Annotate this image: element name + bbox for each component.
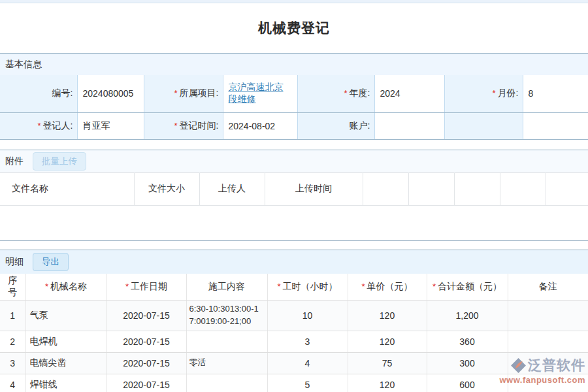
cell-date: 2020-07-15 <box>106 352 186 374</box>
cell-machine: 电镐尖凿 <box>25 352 106 374</box>
cell-note <box>508 352 588 374</box>
cell-note <box>508 331 588 352</box>
detail-col-note: 备注 <box>508 274 588 301</box>
detail-col-price: *单价（元） <box>348 274 427 301</box>
table-row: 4 焊钳线 2020-07-15 5 120 600 <box>0 374 588 392</box>
cell-index: 2 <box>0 331 25 352</box>
attach-col-extra <box>454 172 500 205</box>
field-label-number: 编号: <box>0 75 77 112</box>
field-label-reg-time: *登记时间: <box>144 112 223 139</box>
cell-price: 120 <box>348 331 427 352</box>
cell-hours: 10 <box>267 300 348 331</box>
attachments-table: 文件名称 文件大小 上传人 上传时间 <box>0 172 588 206</box>
required-mark: * <box>125 282 129 291</box>
table-row: 2 电焊机 2020-07-15 3 120 360 <box>0 331 588 352</box>
detail-col-total: *合计金额（元） <box>427 274 508 301</box>
field-value-year: 2024 <box>374 75 444 112</box>
field-label-project: *所属项目: <box>144 75 223 112</box>
basic-info-section-header: 基本信息 <box>0 53 588 75</box>
required-mark: * <box>493 88 496 98</box>
required-mark: * <box>277 282 280 291</box>
cell-machine: 气泵 <box>25 300 106 331</box>
attachments-section-header: 附件 批量上传 <box>0 150 588 172</box>
field-value-empty <box>523 112 588 139</box>
cell-hours: 4 <box>267 352 348 374</box>
cell-note <box>508 300 588 331</box>
cell-machine: 焊钳线 <box>25 374 106 392</box>
required-mark: * <box>38 121 41 131</box>
table-row: 3 电镐尖凿 2020-07-15 零活 4 75 300 <box>0 352 588 374</box>
field-value-number: 2024080005 <box>77 75 144 112</box>
page-header: 机械费登记 <box>0 3 588 53</box>
field-value-reg-time: 2024-08-02 <box>223 112 297 139</box>
cell-price: 120 <box>348 374 427 392</box>
cell-date: 2020-07-15 <box>106 300 186 331</box>
cell-content <box>186 374 267 392</box>
field-label-empty <box>444 112 523 139</box>
details-section-title: 明细 <box>5 256 24 268</box>
detail-col-content: 施工内容 <box>186 274 267 301</box>
cell-index: 1 <box>0 300 25 331</box>
cell-content: 零活 <box>186 352 267 374</box>
required-mark: * <box>174 88 178 98</box>
cell-price: 120 <box>348 300 427 331</box>
details-header-row: 序号 *机械名称 *工作日期 施工内容 *工时（小时） *单价（元） *合计金额… <box>0 274 588 301</box>
spacer <box>0 140 588 150</box>
cell-index: 4 <box>0 374 25 392</box>
export-button[interactable]: 导出 <box>33 253 69 271</box>
section-divider <box>0 240 588 250</box>
field-label-year: *年度: <box>297 75 374 112</box>
detail-col-machine: *机械名称 <box>25 274 106 301</box>
attach-col-extra <box>363 172 408 205</box>
attach-col-filename: 文件名称 <box>0 172 134 205</box>
cell-content: 6:30-10:3013:00-17:0019:00-21;00 <box>186 300 267 331</box>
cell-total: 600 <box>427 374 508 392</box>
cell-note <box>508 374 588 392</box>
cell-price: 75 <box>348 352 427 374</box>
details-table: 序号 *机械名称 *工作日期 施工内容 *工时（小时） *单价（元） *合计金额… <box>0 274 588 392</box>
required-mark: * <box>361 282 365 291</box>
cell-total: 1,200 <box>427 300 508 331</box>
table-row: 1 气泵 2020-07-15 6:30-10:3013:00-17:0019:… <box>0 300 588 331</box>
required-mark: * <box>45 282 48 291</box>
field-label-account: 账户: <box>297 112 374 139</box>
attachments-empty-area <box>0 206 588 240</box>
cell-machine: 电焊机 <box>25 331 106 352</box>
cell-hours: 5 <box>267 374 348 392</box>
attach-col-filesize: 文件大小 <box>134 172 199 205</box>
project-link[interactable]: 京沪高速北京段维修 <box>229 82 284 104</box>
basic-info-form: 编号: 2024080005 *所属项目: 京沪高速北京段维修 *年度: 202… <box>0 75 588 140</box>
attach-col-extra <box>500 172 546 205</box>
attach-col-uploadtime: 上传时间 <box>265 172 363 205</box>
cell-date: 2020-07-15 <box>106 374 186 392</box>
cell-date: 2020-07-15 <box>106 331 186 352</box>
field-value-month: 8 <box>523 75 588 112</box>
field-label-registrant: *登记人: <box>0 112 77 139</box>
batch-upload-button[interactable]: 批量上传 <box>33 152 86 171</box>
basic-info-section-title: 基本信息 <box>5 59 42 71</box>
detail-col-date: *工作日期 <box>106 274 186 301</box>
cell-index: 3 <box>0 352 25 374</box>
page-title: 机械费登记 <box>258 19 330 37</box>
cell-hours: 3 <box>267 331 348 352</box>
details-section-header: 明细 导出 <box>0 250 588 274</box>
cell-total: 360 <box>427 331 508 352</box>
detail-col-index: 序号 <box>0 274 25 301</box>
attachments-section-title: 附件 <box>5 155 24 167</box>
attach-col-extra <box>546 172 588 205</box>
field-value-registrant: 肖亚军 <box>77 112 144 139</box>
required-mark: * <box>174 121 178 131</box>
detail-col-hours: *工时（小时） <box>267 274 348 301</box>
attach-col-uploader: 上传人 <box>199 172 265 205</box>
field-label-month: *月份: <box>444 75 523 112</box>
cell-total: 300 <box>427 352 508 374</box>
field-value-account <box>374 112 444 139</box>
field-value-project: 京沪高速北京段维修 <box>223 75 297 112</box>
cell-content <box>186 331 267 352</box>
required-mark: * <box>433 282 436 291</box>
required-mark: * <box>344 88 348 98</box>
attach-col-extra <box>408 172 454 205</box>
